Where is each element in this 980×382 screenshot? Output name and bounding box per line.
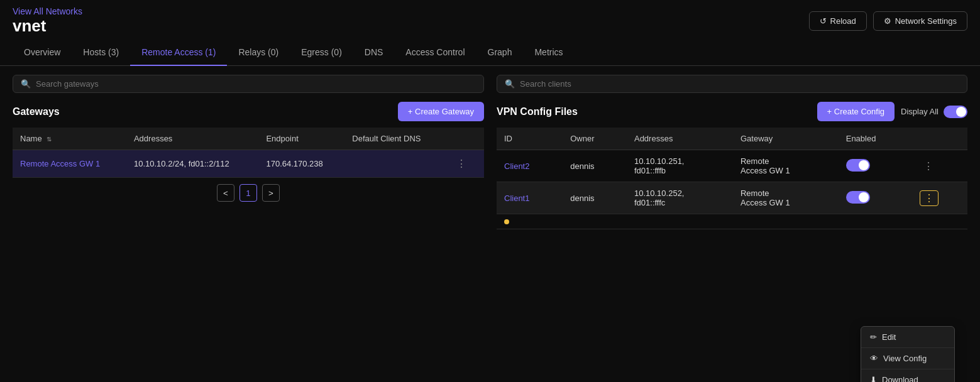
vpn-panel: 🔍 VPN Config Files + Create Config Displ… xyxy=(497,75,967,229)
top-bar: View All Networks vnet ↺ Reload ⚙ Networ… xyxy=(0,0,980,40)
tab-metrics[interactable]: Metrics xyxy=(523,40,574,66)
client-addresses: 10.10.10.251,fd01::fffb xyxy=(627,150,733,182)
nav-tabs: OverviewHosts (3)Remote Access (1)Relays… xyxy=(0,40,980,66)
tab-dns[interactable]: DNS xyxy=(353,40,395,66)
main-content: 🔍 Gateways + Create Gateway Name ⇅ Addre… xyxy=(0,66,980,238)
view-all-networks-link[interactable]: View All Networks xyxy=(13,6,82,16)
eye-icon: 👁 xyxy=(870,354,878,363)
display-all-toggle[interactable] xyxy=(944,106,967,118)
pagination: < 1 > xyxy=(13,184,484,202)
reload-icon: ↺ xyxy=(820,16,827,26)
next-page-button[interactable]: > xyxy=(262,184,280,202)
tab-egress[interactable]: Egress (0) xyxy=(290,40,353,66)
vpn-table: ID Owner Addresses Gateway Enabled Clien… xyxy=(497,128,967,229)
tab-relays[interactable]: Relays (0) xyxy=(227,40,290,66)
gateway-actions: ⋮ xyxy=(445,150,484,178)
col-addresses: Addresses xyxy=(126,128,258,150)
client-owner: dennis xyxy=(563,182,627,214)
dot-indicator xyxy=(504,219,509,224)
client-id: Client1 xyxy=(497,182,563,214)
vpn-header-actions: + Create Config Display All xyxy=(817,102,967,121)
sort-icon: ⇅ xyxy=(47,136,52,143)
dot-indicator-row xyxy=(497,214,967,229)
gateway-addresses: 10.10.10.2/24, fd01::2/112 xyxy=(126,150,258,178)
tab-access-control[interactable]: Access Control xyxy=(394,40,476,66)
client1-actions: ⋮ xyxy=(912,182,967,214)
vpn-title: VPN Config Files xyxy=(497,106,578,117)
search-icon: 🔍 xyxy=(21,79,31,89)
search-clients-icon: 🔍 xyxy=(505,79,515,89)
edit-label: Edit xyxy=(882,332,896,342)
vpn-col-enabled: Enabled xyxy=(839,128,912,150)
gateways-panel: 🔍 Gateways + Create Gateway Name ⇅ Addre… xyxy=(13,75,484,229)
app-title: vnet xyxy=(13,16,82,36)
gateways-section-header: Gateways + Create Gateway xyxy=(13,102,484,121)
download-icon: ⬇ xyxy=(870,375,877,382)
gateways-search-bar: 🔍 xyxy=(13,75,484,93)
client-addresses: 10.10.10.252,fd01::fffc xyxy=(627,182,733,214)
vpn-col-id: ID xyxy=(497,128,563,150)
col-name: Name ⇅ xyxy=(13,128,126,150)
col-actions-header xyxy=(445,128,484,150)
gateway-name: Remote Access GW 1 xyxy=(13,150,126,178)
gateways-table: Name ⇅ Addresses Endpoint Default Client… xyxy=(13,128,484,178)
table-row[interactable]: Client2 dennis 10.10.10.251,fd01::fffb R… xyxy=(497,150,967,182)
search-gateways-input[interactable] xyxy=(36,79,476,89)
download-label: Download xyxy=(882,375,918,382)
prev-page-button[interactable]: < xyxy=(217,184,234,202)
client-enabled-toggle[interactable] xyxy=(846,159,870,172)
gateways-title: Gateways xyxy=(13,106,60,117)
reload-label: Reload xyxy=(830,16,856,26)
tab-graph[interactable]: Graph xyxy=(476,40,524,66)
gateway-endpoint: 170.64.170.238 xyxy=(258,150,344,178)
dropdown-edit[interactable]: ✏ Edit xyxy=(861,327,954,348)
gear-icon: ⚙ xyxy=(884,16,891,26)
dropdown-download[interactable]: ⬇ Download xyxy=(861,369,954,382)
network-settings-label: Network Settings xyxy=(895,16,957,26)
tab-remote-access[interactable]: Remote Access (1) xyxy=(130,40,227,66)
client-gateway: RemoteAccess GW 1 xyxy=(733,150,839,182)
create-config-button[interactable]: + Create Config xyxy=(817,102,895,121)
client-actions: ⋮ xyxy=(912,150,967,182)
vpn-col-actions-header xyxy=(912,128,967,150)
client-dropdown-menu: ✏ Edit 👁 View Config ⬇ Download 🗑 Delete xyxy=(861,326,955,382)
gateway-dns xyxy=(344,150,444,178)
vpn-col-gateway: Gateway xyxy=(733,128,839,150)
search-clients-input[interactable] xyxy=(520,79,959,89)
view-config-label: View Config xyxy=(883,354,927,363)
client-gateway: RemoteAccess GW 1 xyxy=(733,182,839,214)
top-actions: ↺ Reload ⚙ Network Settings xyxy=(809,11,967,31)
client-owner: dennis xyxy=(563,150,627,182)
edit-icon: ✏ xyxy=(870,332,877,342)
vpn-col-owner: Owner xyxy=(563,128,627,150)
create-gateway-button[interactable]: + Create Gateway xyxy=(398,102,484,121)
col-endpoint: Endpoint xyxy=(258,128,344,150)
display-all-label: Display All xyxy=(901,107,939,116)
table-row[interactable]: Client1 dennis 10.10.10.252,fd01::fffc R… xyxy=(497,182,967,214)
col-default-dns: Default Client DNS xyxy=(344,128,444,150)
current-page-button[interactable]: 1 xyxy=(239,184,257,202)
clients-search-bar: 🔍 xyxy=(497,75,967,93)
vpn-col-addresses: Addresses xyxy=(627,128,733,150)
client1-menu-button[interactable]: ⋮ xyxy=(920,190,939,206)
client1-enabled-toggle[interactable] xyxy=(846,191,870,204)
gateway-menu-button[interactable]: ⋮ xyxy=(453,156,470,171)
client-enabled xyxy=(839,150,912,182)
vpn-section-header: VPN Config Files + Create Config Display… xyxy=(497,102,967,121)
network-settings-button[interactable]: ⚙ Network Settings xyxy=(873,11,967,31)
reload-button[interactable]: ↺ Reload xyxy=(809,11,867,31)
display-all-area: Display All xyxy=(901,106,967,118)
table-row[interactable]: Remote Access GW 1 10.10.10.2/24, fd01::… xyxy=(13,150,484,178)
client-enabled xyxy=(839,182,912,214)
client-menu-button[interactable]: ⋮ xyxy=(920,159,937,173)
tab-overview[interactable]: Overview xyxy=(13,40,72,66)
client-id: Client2 xyxy=(497,150,563,182)
dropdown-view-config[interactable]: 👁 View Config xyxy=(861,348,954,369)
tab-hosts[interactable]: Hosts (3) xyxy=(72,40,130,66)
